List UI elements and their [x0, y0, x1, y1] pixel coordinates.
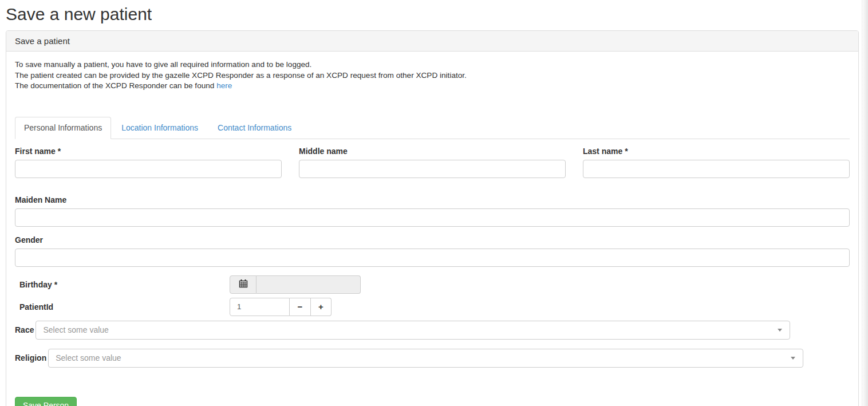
first-name-input[interactable]: [15, 160, 282, 178]
patient-id-stepper: − +: [230, 298, 332, 316]
maiden-name-input[interactable]: [15, 208, 850, 227]
chevron-down-icon: [791, 357, 795, 360]
calendar-picker-button[interactable]: [230, 275, 257, 294]
panel-heading: Save a patient: [6, 31, 858, 52]
patient-id-decrement-button[interactable]: −: [290, 298, 311, 316]
chevron-down-icon: [778, 329, 782, 332]
middle-name-group: Middle name: [299, 147, 566, 178]
calendar-icon: [239, 279, 248, 290]
race-select-placeholder: Select some value: [43, 325, 108, 334]
patient-id-input[interactable]: [230, 298, 290, 316]
last-name-label: Last name *: [583, 147, 850, 156]
save-person-button[interactable]: Save Person: [15, 397, 77, 406]
race-select[interactable]: Select some value: [35, 321, 790, 340]
maiden-name-group: Maiden Name: [15, 195, 850, 227]
patient-id-label: PatientId: [15, 302, 230, 312]
last-name-input[interactable]: [583, 160, 850, 178]
middle-name-label: Middle name: [299, 147, 566, 156]
last-name-group: Last name *: [583, 147, 850, 178]
religion-label: Religion: [15, 353, 46, 362]
gender-input[interactable]: [15, 249, 850, 267]
first-name-label: First name *: [15, 147, 282, 156]
race-label: Race: [15, 325, 34, 334]
tab-personal-informations[interactable]: Personal Informations: [15, 117, 111, 139]
save-patient-panel: Save a patient To save manually a patien…: [6, 30, 859, 406]
religion-row: Religion Select some value: [15, 349, 850, 368]
middle-name-input[interactable]: [299, 160, 566, 178]
religion-select[interactable]: Select some value: [48, 349, 803, 368]
birthday-row: Birthday *: [15, 275, 850, 294]
race-row: Race Select some value: [15, 321, 850, 340]
intro-line-3: The documentation of the XCPD Responder …: [15, 81, 850, 92]
birthday-label: Birthday *: [15, 280, 230, 289]
intro-line-1: To save manually a patient, you have to …: [15, 60, 850, 70]
religion-select-placeholder: Select some value: [56, 353, 121, 362]
intro-line-3-text: The documentation of the XCPD Responder …: [15, 81, 216, 90]
documentation-link[interactable]: here: [216, 81, 232, 90]
first-name-group: First name *: [15, 147, 282, 178]
maiden-name-label: Maiden Name: [15, 195, 850, 204]
birthday-input-group: [230, 275, 361, 294]
birthday-input[interactable]: [257, 275, 361, 294]
tab-location-informations[interactable]: Location Informations: [112, 117, 207, 139]
gender-group: Gender: [15, 235, 850, 267]
patient-id-increment-button[interactable]: +: [311, 298, 332, 316]
page-title: Save a new patient: [6, 5, 859, 24]
intro-text: To save manually a patient, you have to …: [15, 60, 850, 92]
patient-id-row: PatientId − +: [15, 298, 850, 316]
vertical-scrollbar[interactable]: [862, 0, 868, 406]
personal-informations-form: First name * Middle name Last name * Mai…: [15, 147, 850, 406]
tab-contact-informations[interactable]: Contact Informations: [208, 117, 301, 139]
intro-line-2: The patient created can be provided by t…: [15, 70, 850, 81]
tab-bar: Personal Informations Location Informati…: [15, 117, 850, 139]
gender-label: Gender: [15, 235, 850, 245]
